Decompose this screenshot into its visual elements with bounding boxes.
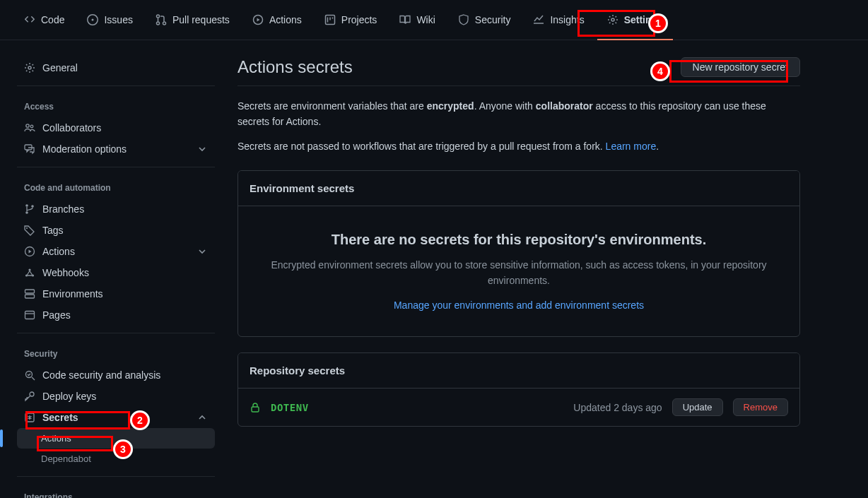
sidebar-item-label: Pages [42,309,71,321]
sidebar-item-branches[interactable]: Branches [17,198,215,220]
learn-more-link[interactable]: Learn more [606,141,657,152]
new-repository-secret-button[interactable]: New repository secret [681,57,800,77]
divider [17,333,215,333]
empty-state-subtitle: Encrypted environment secrets allow you … [255,258,782,288]
secret-row: DOTENV Updated 2 days ago Update Remove [238,389,799,426]
sidebar-item-label: General [42,62,78,73]
svg-point-4 [28,66,31,69]
gear-icon [607,14,618,25]
tab-settings[interactable]: Settings [597,8,673,31]
comment-discussion-icon [24,143,35,155]
environment-secrets-card: Environment secrets There are no secrets… [237,170,800,337]
sidebar-item-label: Code security and analysis [42,369,160,381]
divider [17,476,215,477]
sidebar-item-pages[interactable]: Pages [17,304,215,326]
tab-label: Projects [341,14,377,25]
manage-environments-link[interactable]: Manage your environments and add environ… [394,300,644,311]
tab-insights[interactable]: Insights [523,8,594,31]
svg-point-8 [25,204,28,207]
git-pull-request-icon [156,14,167,25]
browser-icon [24,309,35,321]
lock-icon [250,402,261,413]
sidebar-item-code-security[interactable]: Code security and analysis [17,364,215,386]
server-icon [24,288,35,300]
svg-rect-18 [25,312,35,319]
group-access: Access [17,90,215,117]
sidebar-item-actions[interactable]: Actions [17,241,215,262]
sidebar-item-label: Deploy keys [42,391,96,402]
sidebar-item-deploy-keys[interactable]: Deploy keys [17,386,215,407]
svg-point-3 [611,18,614,21]
svg-point-10 [31,205,34,208]
tab-security[interactable]: Security [448,8,521,31]
chevron-down-icon [197,246,208,257]
sidebar-item-tags[interactable]: Tags [17,220,215,241]
svg-point-0 [92,19,94,21]
svg-point-20 [30,392,34,396]
svg-point-5 [26,124,29,127]
play-icon [252,14,264,25]
tab-label: Pull requests [172,14,230,25]
svg-point-9 [25,211,28,214]
card-title: Repository secrets [238,353,799,389]
key-icon [24,391,35,402]
people-icon [24,122,35,134]
svg-point-6 [30,125,33,128]
sidebar-item-secrets[interactable]: Secrets [17,407,215,428]
sidebar-item-label: Branches [42,203,84,215]
group-security: Security [17,338,215,364]
svg-point-11 [26,227,28,229]
tab-label: Code [41,14,64,25]
tab-label: Settings [624,14,663,25]
sidebar-sub-dependabot-secrets[interactable]: Dependabot [17,449,215,469]
settings-sidebar: General Access Collaborators Moderation … [0,40,226,498]
remove-secret-button[interactable]: Remove [733,398,788,416]
svg-point-13 [28,268,30,271]
git-branch-icon [24,203,35,215]
sidebar-item-label: Actions [42,246,75,257]
codescan-icon [24,369,35,381]
tab-label: Actions [269,14,302,25]
key-asterisk-icon [24,412,35,423]
tab-projects[interactable]: Projects [315,8,387,31]
svg-rect-17 [25,295,35,298]
sidebar-item-collaborators[interactable]: Collaborators [17,117,215,138]
chevron-up-icon [197,412,208,423]
sidebar-item-environments[interactable]: Environments [17,283,215,304]
sidebar-item-label: Webhooks [42,267,89,278]
gear-icon [24,62,35,73]
card-title: Environment secrets [238,171,799,206]
sidebar-item-label: Actions [41,433,71,444]
group-integrations: Integrations [17,481,215,498]
webhook-icon [24,267,35,278]
project-icon [324,14,336,25]
page-title: Actions secrets [237,57,353,77]
play-icon [24,246,35,257]
sidebar-sub-actions-secrets[interactable]: Actions [17,428,215,449]
sidebar-item-webhooks[interactable]: Webhooks [17,262,215,283]
sidebar-item-moderation[interactable]: Moderation options [17,138,215,160]
tab-code[interactable]: Code [14,8,74,31]
tab-label: Wiki [416,14,435,25]
graph-icon [533,14,544,25]
svg-rect-22 [252,407,259,412]
shield-icon [458,14,469,25]
update-secret-button[interactable]: Update [672,398,723,416]
tab-pull-requests[interactable]: Pull requests [146,8,240,31]
repository-secrets-card: Repository secrets DOTENV Updated 2 days… [237,352,800,427]
tag-icon [24,225,35,236]
secret-updated: Updated 2 days ago [573,402,662,413]
book-icon [399,14,411,25]
tab-actions[interactable]: Actions [242,8,312,31]
secret-name: DOTENV [271,402,309,413]
tab-issues[interactable]: Issues [77,8,142,31]
tab-wiki[interactable]: Wiki [389,8,445,31]
issue-opened-icon [87,14,98,25]
sidebar-item-label: Environments [42,288,103,300]
chevron-down-icon [197,143,208,155]
code-icon [24,14,35,25]
empty-state-title: There are no secrets for this repository… [255,232,782,248]
main-content: Actions secrets New repository secret Se… [226,40,868,498]
repo-tabs: Code Issues Pull requests Actions Projec… [0,0,868,40]
sidebar-item-general[interactable]: General [17,57,215,78]
